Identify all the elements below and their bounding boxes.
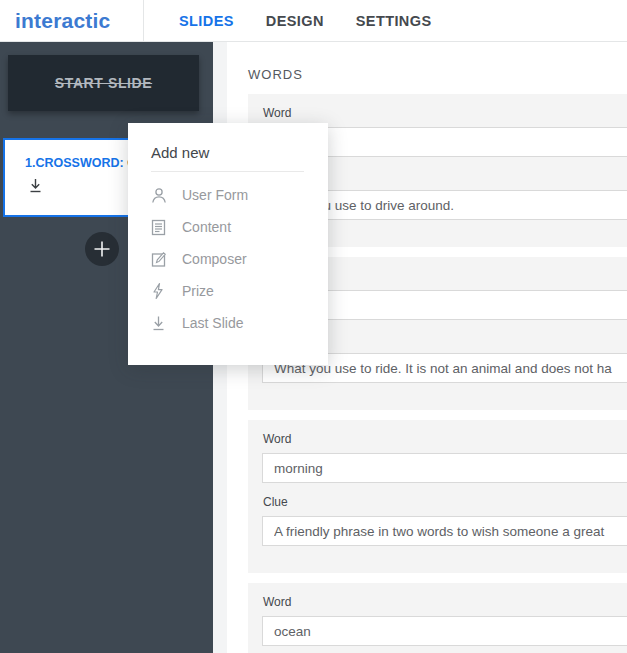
app-logo: interactic [15, 0, 110, 42]
menu-item-label: Content [182, 219, 231, 235]
tab-slides[interactable]: SLIDES [179, 13, 234, 29]
download-icon [151, 314, 168, 332]
clue-input[interactable] [262, 516, 627, 546]
tab-settings[interactable]: SETTINGS [356, 13, 432, 29]
app-header: interactic SLIDES DESIGN SETTINGS [0, 0, 627, 42]
menu-item-label: User Form [182, 187, 248, 203]
word-group: Word Clue [248, 420, 627, 573]
word-field-label: Word [263, 106, 627, 120]
composer-icon [151, 250, 168, 268]
menu-item-label: Last Slide [182, 315, 243, 331]
section-title-words: WORDS [248, 67, 627, 82]
menu-item-last-slide[interactable]: Last Slide [128, 307, 328, 339]
word-group: Word Clue [248, 583, 627, 653]
word-input[interactable] [262, 453, 627, 483]
clue-field-label: Clue [263, 495, 627, 509]
menu-item-prize[interactable]: Prize [128, 275, 328, 307]
popup-divider [151, 171, 304, 172]
prize-icon [151, 282, 168, 300]
menu-item-content[interactable]: Content [128, 211, 328, 243]
add-slide-button[interactable] [85, 232, 119, 266]
main-tabs: SLIDES DESIGN SETTINGS [179, 0, 432, 42]
slide-number-label: 1.CROSSWORD: [25, 156, 124, 170]
word-field-label: Word [263, 432, 627, 446]
slide-card-title: 1.CROSSWORD: Cr [25, 156, 140, 170]
popup-menu: User Form Content Compose [128, 179, 328, 339]
menu-item-user-form[interactable]: User Form [128, 179, 328, 211]
header-divider [143, 0, 144, 42]
menu-item-label: Prize [182, 283, 214, 299]
user-icon [151, 186, 168, 204]
content-icon [151, 218, 168, 236]
plus-icon [93, 240, 111, 258]
tab-design[interactable]: DESIGN [266, 13, 324, 29]
menu-item-composer[interactable]: Composer [128, 243, 328, 275]
word-field-label: Word [263, 595, 627, 609]
menu-item-label: Composer [182, 251, 247, 267]
add-new-popup: Add new User Form Conten [128, 123, 328, 365]
popup-title: Add new [151, 144, 328, 161]
download-icon[interactable] [28, 178, 43, 194]
start-slide-button[interactable]: START SLIDE [8, 55, 199, 111]
word-input[interactable] [262, 616, 627, 646]
